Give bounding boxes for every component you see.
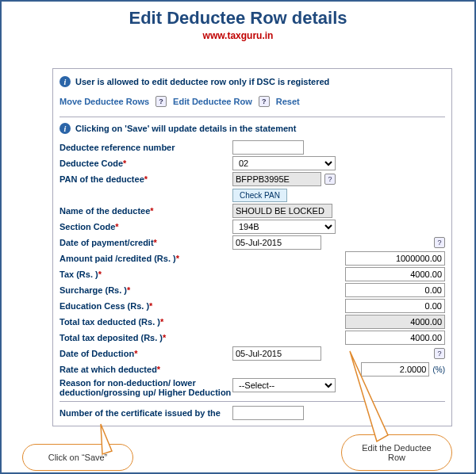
- cess-input[interactable]: [345, 299, 445, 313]
- info-text: User is allowed to edit deductee row onl…: [75, 77, 329, 86]
- reason-select[interactable]: --Select--: [232, 378, 336, 392]
- deductee-code-select[interactable]: 02: [232, 156, 336, 170]
- label-amt: Amount paid /credited (Rs. )*: [60, 254, 232, 263]
- label-dod: Date of Deduction*: [60, 349, 232, 358]
- pan-input[interactable]: [232, 172, 321, 186]
- rate-unit: (%): [432, 365, 445, 374]
- separator: [60, 117, 445, 117]
- callout-text: Edit the Deductee Row: [362, 443, 431, 462]
- help-icon[interactable]: ?: [434, 348, 445, 359]
- info-icon: i: [60, 123, 71, 134]
- label-rate: Rate at which deducted*: [60, 365, 232, 374]
- payment-date-input[interactable]: [232, 235, 321, 250]
- site-link[interactable]: www.taxguru.in: [2, 30, 474, 46]
- label-cess: Education Cess (Rs. )*: [60, 301, 232, 311]
- total-deducted-input: [345, 315, 445, 329]
- total-deposited-input[interactable]: [345, 331, 445, 345]
- help-icon[interactable]: ?: [434, 237, 445, 248]
- edit-deductee-link[interactable]: Edit Deductee Row: [173, 97, 252, 106]
- info-save: i Clicking on 'Save' will update details…: [60, 120, 445, 136]
- deductee-ref-input[interactable]: [232, 140, 304, 155]
- label-pan: PAN of the deductee*: [60, 174, 232, 184]
- info-icon: i: [60, 76, 71, 87]
- reset-link[interactable]: Reset: [276, 97, 300, 106]
- move-deductee-link[interactable]: Move Deductee Rows: [60, 97, 149, 106]
- deductee-name-input: [232, 204, 332, 218]
- surcharge-input[interactable]: [345, 283, 445, 297]
- callout-edit: Edit the Deductee Row: [341, 434, 452, 471]
- page-title: Edit Deductee Row details: [2, 2, 474, 30]
- label-dop: Date of payment/credit*: [60, 238, 232, 247]
- help-icon[interactable]: ?: [324, 174, 336, 185]
- label-tax: Tax (Rs. )*: [60, 269, 232, 279]
- label-surcharge: Surcharge (Rs. )*: [60, 285, 232, 295]
- check-pan-button[interactable]: Check PAN: [232, 189, 287, 202]
- label-ref: Deductee reference number: [60, 143, 232, 152]
- tax-input[interactable]: [345, 267, 445, 281]
- info-dsc: i User is allowed to edit deductee row o…: [60, 74, 445, 90]
- deduction-date-input[interactable]: [232, 346, 321, 361]
- label-name: Name of the deductee*: [60, 206, 232, 216]
- section-code-select[interactable]: 194B: [232, 220, 336, 234]
- action-bar: Move Deductee Rows ? Edit Deductee Row ?…: [60, 90, 445, 113]
- certificate-input[interactable]: [232, 406, 304, 420]
- label-total-ded: Total tax deducted (Rs. )*: [60, 317, 232, 327]
- help-icon[interactable]: ?: [155, 96, 167, 107]
- label-code: Deductee Code*: [60, 159, 232, 168]
- label-reason: Reason for non-deduction/ lower deductio…: [60, 378, 232, 397]
- amount-input[interactable]: [345, 251, 445, 266]
- info-text: Clicking on 'Save' will update details i…: [75, 124, 296, 133]
- label-total-dep: Total tax deposited (Rs. )*: [60, 333, 232, 342]
- label-cert: Number of the certificate issued by the: [60, 408, 232, 418]
- label-section: Section Code*: [60, 222, 232, 231]
- callout-save: Click on “Save”: [22, 444, 133, 471]
- help-icon[interactable]: ?: [259, 96, 270, 107]
